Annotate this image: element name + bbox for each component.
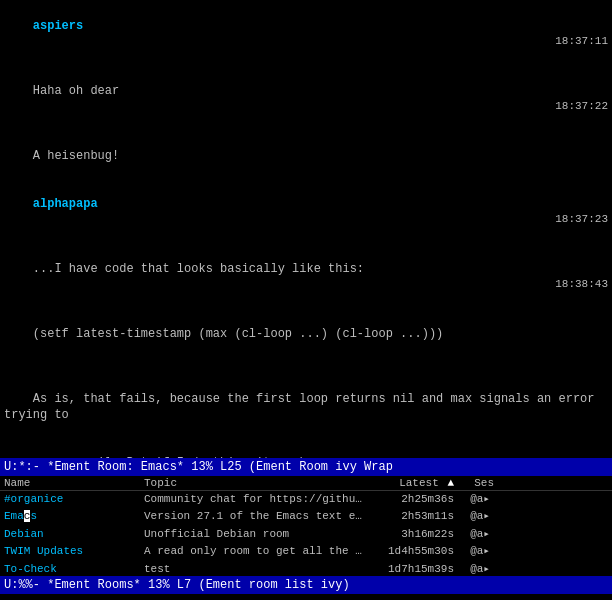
mode-line-bottom-text: U:%%- *Ement Rooms* 13% L7 (Ement room l…	[4, 578, 350, 592]
room-row-organice[interactable]: #organice Community chat for https://git…	[0, 491, 612, 508]
username-alphapapa-1: alphapapa	[33, 197, 98, 211]
timestamp-3: 18:37:23	[555, 212, 608, 227]
msg-code-1: (setf latest-timestamp (max (cl-loop ...…	[33, 327, 443, 341]
room-name-twim[interactable]: TWIM Updates	[4, 544, 144, 559]
mode-line-top: U:*:- *Ement Room: Emacs* 13% L25 (Ement…	[0, 458, 612, 476]
msg-line-4: (setf latest-timestamp (max (cl-loop ...…	[4, 310, 608, 359]
room-row-debian[interactable]: Debian Unofficial Debian room 3h16m22s @…	[0, 526, 612, 543]
msg-text-1: Haha oh dear	[33, 84, 119, 98]
room-ses-tocheck: @a▸	[454, 562, 494, 576]
msg-text-4: As is, that fails, because the first loo…	[4, 392, 602, 422]
emacs-cursor: c	[24, 510, 31, 522]
chat-area: aspiers 18:37:11 Haha oh dear 18:37:22 A…	[0, 0, 612, 458]
timestamp-2: 18:37:22	[555, 99, 608, 114]
sort-arrow: ▲	[447, 477, 454, 489]
room-list-header: Name Topic Latest ▲ Ses	[0, 476, 612, 491]
room-latest-organice: 2h25m36s	[364, 492, 454, 507]
room-name-organice[interactable]: #organice	[4, 492, 144, 507]
room-topic-debian: Unofficial Debian room	[144, 527, 364, 542]
room-topic-emacs: Version 27.1 of the Emacs text e...	[144, 509, 364, 524]
room-name-emacs[interactable]: Emacs	[4, 509, 144, 524]
msg-line-3: ...I have code that looks basically like…	[4, 245, 608, 310]
room-name-debian[interactable]: Debian	[4, 527, 144, 542]
msg-line-1: Haha oh dear 18:37:22	[4, 67, 608, 132]
room-row-tocheck[interactable]: To-Check test 1d7h15m39s @a▸	[0, 561, 612, 576]
col-latest: Latest ▲	[364, 477, 454, 489]
room-row-emacs[interactable]: Emacs Version 27.1 of the Emacs text e..…	[0, 508, 612, 525]
col-name: Name	[4, 477, 144, 489]
room-name-tocheck[interactable]: To-Check	[4, 562, 144, 576]
room-ses-debian: @a▸	[454, 527, 494, 542]
message-block-1: aspiers 18:37:11	[4, 2, 608, 67]
timestamp-1: 18:37:11	[555, 34, 608, 49]
room-ses-emacs: @a▸	[454, 509, 494, 524]
room-ses-twim: @a▸	[454, 544, 494, 559]
room-latest-emacs: 2h53m11s	[364, 509, 454, 524]
room-topic-twim: A read only room to get all the ...	[144, 544, 364, 559]
room-latest-debian: 3h16m22s	[364, 527, 454, 542]
room-latest-twim: 1d4h55m30s	[364, 544, 454, 559]
msg-line-5	[4, 358, 608, 374]
col-topic: Topic	[144, 477, 364, 489]
msg-line-2: A heisenbug!	[4, 132, 608, 181]
room-topic-tocheck: test	[144, 562, 364, 576]
room-topic-organice: Community chat for https://githu...	[144, 492, 364, 507]
username-aspiers-1: aspiers	[33, 19, 83, 33]
mode-line-top-text: U:*:- *Ement Room: Emacs* 13% L25 (Ement…	[4, 460, 393, 474]
message-block-2: alphapapa 18:37:23	[4, 180, 608, 245]
room-ses-organice: @a▸	[454, 492, 494, 507]
col-ses: Ses	[454, 477, 494, 489]
msg-text-2: A heisenbug!	[33, 149, 119, 163]
room-latest-tocheck: 1d7h15m39s	[364, 562, 454, 576]
mode-line-bottom: U:%%- *Ement Rooms* 13% L7 (Ement room l…	[0, 576, 612, 594]
room-list[interactable]: Name Topic Latest ▲ Ses #organice Commun…	[0, 476, 612, 576]
msg-line-7: compare nil. But if I do this, it works:	[4, 439, 608, 458]
timestamp-4: 18:38:43	[555, 277, 608, 292]
room-row-twim[interactable]: TWIM Updates A read only room to get all…	[0, 543, 612, 560]
msg-line-6: As is, that fails, because the first loo…	[4, 374, 608, 439]
msg-text-3: ...I have code that looks basically like…	[33, 262, 364, 276]
